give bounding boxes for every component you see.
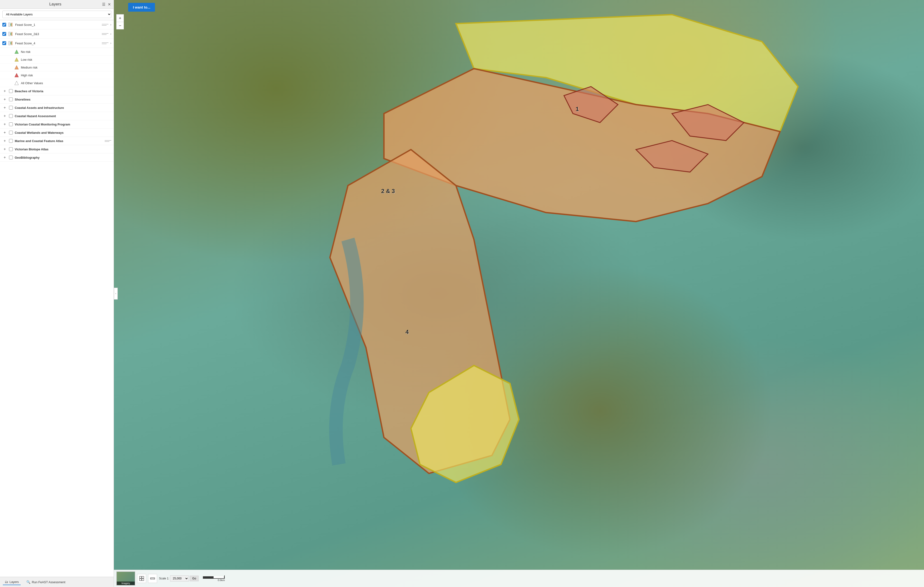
zoom-in-button[interactable]: + [116, 14, 124, 22]
close-icon[interactable]: ✕ [108, 2, 111, 7]
scale-select[interactable]: 25,000 10,000 50,000 100,000 [170, 575, 189, 582]
slider-marine-atlas [105, 140, 111, 142]
svg-rect-1 [10, 23, 12, 26]
tab-layers[interactable]: 🗂 Layers [3, 579, 21, 585]
layer-item-feast23: Feast Score_2&3 › [0, 30, 114, 39]
layer-item-coastal-assets: + Coastal Assets and Infrastructure [0, 104, 114, 112]
sidebar-header: Layers ☰ ✕ [0, 0, 114, 9]
layer-checkbox-geobibliography[interactable] [9, 156, 13, 159]
svg-rect-6 [8, 41, 10, 45]
layer-icon-feast23 [8, 31, 13, 36]
imagery-thumbnail[interactable]: Imagery [116, 571, 135, 585]
layer-checkbox-beaches[interactable] [9, 89, 13, 93]
layer-dropdown[interactable]: All Available Layers My Layers Featured … [2, 11, 111, 18]
map-grid-icon-button[interactable] [137, 574, 146, 583]
layer-name-feast4: Feast Score_4 [15, 41, 100, 45]
svg-marker-9 [15, 50, 18, 54]
layer-item-feast1: Feast Score_1 › [0, 20, 114, 30]
expand-icon-feast4[interactable]: › [111, 41, 111, 45]
map-aerial-background [114, 0, 924, 587]
add-beaches-icon[interactable]: + [2, 89, 7, 93]
layer-checkbox-vic-biotope[interactable] [9, 147, 13, 151]
zoom-out-button[interactable]: − [116, 22, 124, 30]
legend-label-no-risk: No risk [21, 50, 111, 54]
grid-icon [139, 576, 144, 581]
layer-name-coastal-assets: Coastal Assets and Infrastructure [15, 106, 111, 110]
expand-icon-feast1[interactable]: › [111, 23, 111, 26]
svg-rect-24 [142, 579, 144, 580]
legend-swatch-medium-risk [14, 65, 19, 70]
add-vic-biotope-icon[interactable]: + [2, 147, 7, 151]
slider-feast23 [102, 33, 109, 35]
sidebar-title: Layers [8, 2, 102, 7]
run-feast-tab-label: Run FeAST Assessment [32, 580, 65, 584]
tab-run-feast[interactable]: 🔍 Run FeAST Assessment [25, 579, 67, 585]
layer-name-vic-biotope: Victorian Biotope Atlas [15, 148, 111, 151]
legend-swatch-other-values [14, 81, 19, 86]
layer-name-shorelines: Shorelines [15, 98, 111, 101]
layer-checkbox-feast23[interactable] [2, 32, 6, 36]
run-feast-tab-icon: 🔍 [26, 580, 30, 584]
sidebar-header-icons: ☰ ✕ [102, 2, 111, 7]
expand-icon-feast23[interactable]: › [111, 32, 111, 36]
layer-item-geobibliography: + GeoBibliography [0, 153, 114, 162]
layer-name-beaches: Beaches of Victoria [15, 89, 111, 93]
layer-name-coastal-wetlands: Coastal Wetlands and Waterways [15, 131, 111, 135]
layer-item-feast4: Feast Score_4 › [0, 39, 114, 48]
layer-item-coastal-wetlands: + Coastal Wetlands and Waterways [0, 128, 114, 137]
add-vic-coastal-icon[interactable]: + [2, 122, 7, 127]
svg-rect-4 [10, 33, 12, 35]
layer-item-marine-atlas: + Marine and Coastal Feature Atlas [0, 137, 114, 145]
sidebar: Layers ☰ ✕ All Available Layers My Layer… [0, 0, 114, 587]
layer-checkbox-shorelines[interactable] [9, 97, 13, 101]
layer-item-beaches: + Beaches of Victoria [0, 87, 114, 95]
add-coastal-wetlands-icon[interactable]: + [2, 130, 7, 135]
legend-label-other-values: All Other Values [21, 81, 111, 85]
layer-name-geobibliography: GeoBibliography [15, 156, 111, 159]
svg-rect-3 [8, 32, 10, 36]
layer-item-vic-coastal: + Victorian Coastal Monitoring Program [0, 120, 114, 128]
layer-item-vic-biotope: + Victorian Biotope Atlas [0, 145, 114, 153]
add-marine-atlas-icon[interactable]: + [2, 139, 7, 143]
sidebar-bottom: 🗂 Layers 🔍 Run FeAST Assessment [0, 577, 114, 587]
layer-checkbox-marine-atlas[interactable] [9, 139, 13, 143]
svg-rect-2 [12, 23, 12, 26]
sidebar-collapse-button[interactable]: ‹ [114, 288, 118, 299]
scale-label: Scale 1: [159, 577, 169, 580]
imagery-label: Imagery [117, 582, 135, 585]
legend-swatch-high-risk [14, 73, 19, 77]
add-coastal-hazard-icon[interactable]: + [2, 114, 7, 118]
add-coastal-assets-icon[interactable]: + [2, 105, 7, 110]
map-ruler-icon-button[interactable] [148, 574, 157, 583]
legend-item-medium-risk: Medium risk [0, 64, 114, 71]
legend-item-low-risk: Low risk [0, 56, 114, 64]
layer-checkbox-coastal-wetlands[interactable] [9, 131, 13, 135]
layer-checkbox-feast4[interactable] [2, 41, 6, 45]
ruler-icon [150, 576, 155, 581]
layer-checkbox-feast1[interactable] [2, 23, 6, 26]
add-geobibliography-icon[interactable]: + [2, 155, 7, 159]
scale-control: Scale 1: 25,000 10,000 50,000 100,000 Go [159, 575, 199, 582]
legend-item-no-risk: No risk [0, 48, 114, 56]
svg-rect-8 [12, 41, 12, 45]
svg-rect-21 [140, 576, 142, 578]
legend-label-high-risk: High risk [21, 74, 111, 77]
layer-checkbox-coastal-hazard[interactable] [9, 114, 13, 118]
layer-name-coastal-hazard: Coastal Hazard Assessment [15, 114, 111, 118]
slider-feast1 [102, 24, 109, 26]
layer-name-vic-coastal: Victorian Coastal Monitoring Program [15, 123, 111, 126]
svg-marker-13 [15, 81, 18, 85]
layer-checkbox-vic-coastal[interactable] [9, 122, 13, 126]
svg-marker-12 [15, 73, 18, 77]
svg-rect-0 [8, 23, 10, 26]
map-area[interactable]: 1 2 & 3 4 I want to... ‹ + − Imagery [114, 0, 924, 587]
layer-checkbox-coastal-assets[interactable] [9, 106, 13, 110]
add-shorelines-icon[interactable]: + [2, 97, 7, 102]
legend-label-low-risk: Low risk [21, 58, 111, 61]
iwantto-button[interactable]: I want to... [128, 3, 155, 12]
menu-icon[interactable]: ☰ [102, 2, 106, 7]
scale-go-button[interactable]: Go [190, 575, 199, 581]
slider-feast4 [102, 43, 109, 44]
map-bottom-bar: Imagery Scal [114, 570, 924, 587]
layer-name-feast1: Feast Score_1 [15, 23, 100, 26]
